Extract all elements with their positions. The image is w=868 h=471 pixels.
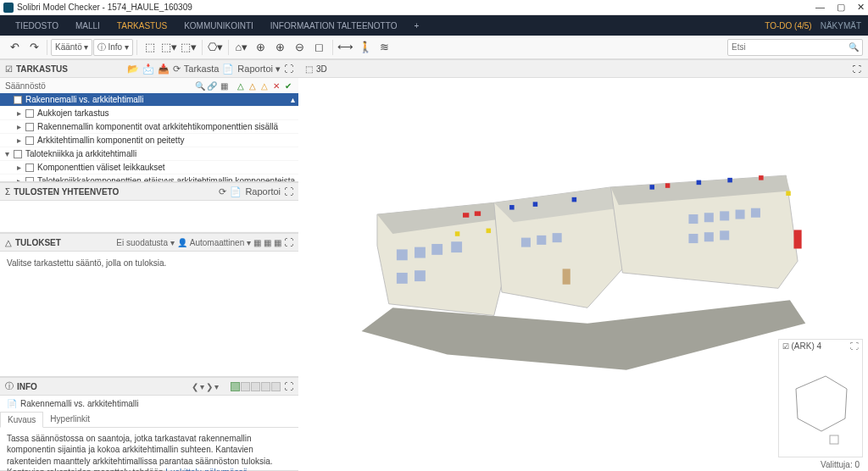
panel-refresh-icon[interactable]: ⟳ [173, 64, 181, 75]
tree-row[interactable]: ▸Aukkojen tarkastus [0, 107, 298, 120]
report-icon[interactable]: 📄 [222, 64, 234, 75]
tab-hyperlinkit[interactable]: Hyperlinkit [43, 412, 97, 427]
selection-count: Valittuja: 0 [821, 460, 860, 469]
panel-save-icon[interactable]: 📩 [142, 64, 154, 75]
info-cube-icons[interactable] [231, 382, 281, 391]
undo-button[interactable]: ↶ [5, 38, 24, 57]
prev-icon[interactable]: ❮ [192, 382, 198, 391]
cube-icon[interactable]: ⎔▾ [206, 38, 225, 57]
summary-report-icon[interactable]: 📄 [230, 186, 242, 197]
tree-row[interactable]: ▸Rakennemallin komponentit ovat arkkiteh… [0, 120, 298, 134]
toolbar: ↶ ↷ Kääntö ▾ ⓘInfo ▾ ⬚ ⬚▾ ⬚▾ ⎔▾ ⌂▾ ⊕ ⊕ ⊖… [0, 36, 868, 59]
info-dropdown[interactable]: ⓘInfo ▾ [93, 39, 132, 56]
tree-label: Rakennemalli vs. arkkitehtimalli [25, 95, 144, 104]
svg-rect-10 [688, 214, 698, 224]
svg-rect-25 [650, 185, 655, 190]
summary-icon: Σ [5, 187, 10, 197]
props-icon[interactable]: ▦ [219, 81, 229, 91]
close-button[interactable]: ✕ [857, 2, 865, 13]
menu-informaation[interactable]: INFORMAATION TALTEENOTTO [262, 21, 406, 30]
svg-rect-2 [431, 244, 442, 255]
tree-label: Arkkitehtimallin komponentit on peitetty [37, 136, 184, 145]
menu-malli[interactable]: MALLI [67, 21, 108, 30]
canvas-3d[interactable]: ☑ (ARK) 4 ⛶ Valittuja: 0 [298, 78, 868, 471]
filter2-dropdown[interactable]: Automaattinen ▾ [190, 238, 251, 247]
svg-rect-24 [487, 229, 492, 234]
panel-tulokset: △ TULOKSET Ei suodatusta ▾ 👤 Automaattin… [0, 233, 298, 377]
section-icon[interactable]: ⟷ [337, 38, 355, 57]
walk-icon[interactable]: 🚶 [356, 38, 375, 57]
search-small-icon[interactable]: 🔍 [195, 81, 205, 91]
panel-open-icon[interactable]: 📂 [127, 64, 139, 75]
search-input[interactable] [732, 42, 849, 52]
svg-rect-12 [720, 211, 729, 220]
cube3-icon[interactable]: ▦ [274, 238, 281, 247]
svg-rect-21 [509, 205, 515, 210]
rule-tree[interactable]: Rakennemalli vs. arkkitehtimalli▴▸Aukkoj… [0, 93, 298, 181]
svg-rect-23 [572, 197, 577, 202]
report-button[interactable]: Raportoi ▾ [237, 64, 281, 75]
cube1-icon[interactable]: ▦ [253, 238, 261, 247]
zoom-fit-icon[interactable]: ⊕ [252, 38, 270, 57]
tool-icon-1[interactable]: ⬚ [141, 38, 159, 57]
building-model[interactable] [332, 129, 843, 378]
minimize-button[interactable]: — [815, 2, 825, 13]
expand-icon[interactable]: ⛶ [284, 64, 293, 74]
panel-save2-icon[interactable]: 📥 [158, 64, 170, 75]
redo-button[interactable]: ↷ [25, 38, 43, 57]
expand-icon[interactable]: ⛶ [284, 237, 293, 247]
viewport-3d[interactable]: ⬚ 3D ⛶ [298, 59, 868, 471]
expand-icon[interactable]: ⛶ [284, 381, 293, 391]
tab-kuvaus[interactable]: Kuvaus [0, 412, 43, 428]
info-link[interactable]: Luokittelu-näkymässä [165, 468, 248, 471]
svg-rect-31 [455, 231, 460, 236]
tree-row[interactable]: ▸Komponenttien väliset leikkaukset [0, 161, 298, 175]
zoom-in-icon[interactable]: ⊕ [271, 38, 290, 57]
kaanto-dropdown[interactable]: Kääntö ▾ [51, 39, 92, 56]
menu-kommunikointi[interactable]: KOMMUNIKOINTI [175, 21, 262, 30]
title-bar: Solibri Model Checker - 1574_HAULE_16030… [0, 0, 868, 15]
layers-icon[interactable]: ≋ [376, 38, 394, 57]
home-view-icon[interactable]: ⌂▾ [232, 38, 251, 57]
person-icon[interactable]: 👤 [177, 238, 187, 247]
search-icon[interactable]: 🔍 [849, 42, 859, 52]
zoom-window-icon[interactable]: ◻ [310, 38, 329, 57]
expand-icon[interactable]: ⛶ [853, 64, 861, 74]
tool-icon-3[interactable]: ⬚▾ [180, 38, 198, 57]
tree-row[interactable]: ▾Talotekniikka ja arkkitehtimalli [0, 147, 298, 161]
link-icon[interactable]: 🔗 [207, 81, 217, 91]
cube2-icon[interactable]: ▦ [264, 238, 271, 247]
info-icon: ⓘ [5, 380, 14, 392]
svg-rect-8 [553, 233, 562, 242]
svg-rect-4 [415, 270, 426, 281]
tree-row[interactable]: Rakennemalli vs. arkkitehtimalli▴ [0, 93, 298, 107]
svg-rect-0 [397, 249, 408, 260]
todo-link[interactable]: TO-DO (4/5) [765, 21, 811, 30]
maximize-button[interactable]: ▢ [837, 2, 845, 13]
ok-icon: △ [236, 81, 246, 91]
summary-report-button[interactable]: Raportoi [245, 186, 281, 197]
info-subtitle: Rakennemalli vs. arkkitehtimalli [20, 399, 139, 408]
summary-refresh-icon[interactable]: ⟳ [219, 186, 226, 197]
panel-tarkastus: ☑ TARKASTUS 📂 📩 📥 ⟳ Tarkasta 📄 Raportoi … [0, 59, 298, 182]
tree-label: Aukkojen tarkastus [37, 108, 109, 118]
expand-icon[interactable]: ⛶ [284, 186, 293, 197]
panel-title: TULOKSET [15, 238, 61, 247]
next-icon[interactable]: ❯ [206, 382, 213, 391]
nakymat-link[interactable]: NÄKYMÄT [821, 21, 861, 30]
minimap-close-icon[interactable]: ⛶ [850, 341, 859, 351]
tool-icon-2[interactable]: ⬚▾ [160, 38, 179, 57]
svg-rect-29 [759, 175, 764, 180]
menu-tarkastus[interactable]: TARKASTUS [108, 21, 175, 30]
filter1-dropdown[interactable]: Ei suodatusta ▾ [116, 238, 174, 247]
search-box[interactable]: 🔍 [727, 39, 863, 56]
minimap[interactable]: ☑ (ARK) 4 ⛶ [778, 339, 863, 457]
tree-row[interactable]: ▸Talotekniikkakomponenttien etäisyys ark… [0, 175, 298, 181]
doc-icon: 📄 [7, 399, 17, 408]
zoom-out-icon[interactable]: ⊖ [291, 38, 309, 57]
check-button[interactable]: Tarkasta [184, 64, 220, 74]
tree-label: Talotekniikkakomponenttien etäisyys arkk… [37, 176, 295, 181]
menu-tiedosto[interactable]: TIEDOSTO [7, 21, 67, 30]
tree-row[interactable]: ▸Arkkitehtimallin komponentit on peitett… [0, 134, 298, 147]
menu-add[interactable]: + [405, 21, 427, 30]
